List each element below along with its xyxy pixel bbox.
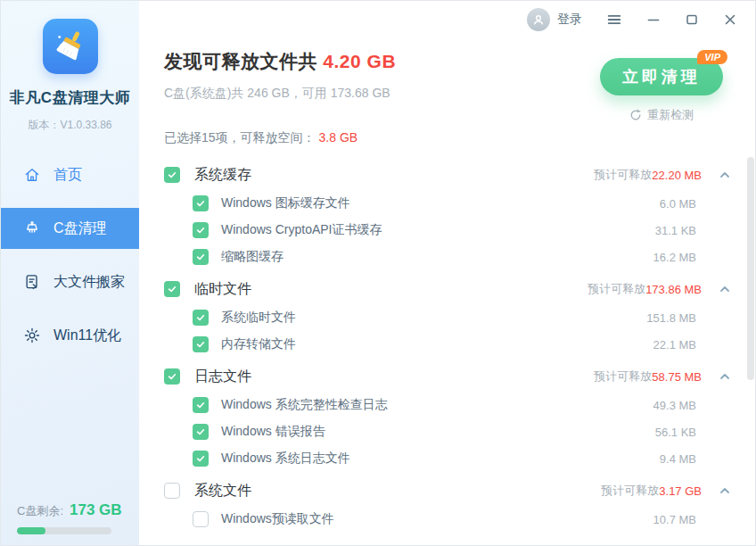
category-row: 系统文件 预计可释放3.17 GB [164, 476, 732, 506]
sidebar-item-win11-optimize[interactable]: Win11优化 [1, 315, 139, 356]
estimate-label: 预计可释放 [594, 167, 652, 183]
chevron-up-icon [718, 168, 732, 182]
collapse-button[interactable] [718, 369, 732, 384]
item-checkbox[interactable] [193, 397, 209, 413]
item-checkbox[interactable] [193, 336, 209, 352]
estimate-label: 预计可释放 [601, 483, 659, 499]
collapse-button[interactable] [718, 168, 732, 182]
category-items: Windows 系统完整性检查日志 49.3 MB Windows 错误报告 5… [164, 392, 732, 472]
minimize-button[interactable] [646, 12, 661, 27]
item-size: 10.7 MB [653, 513, 696, 526]
main-menu-button[interactable] [606, 12, 622, 28]
cleanup-category: 系统文件 预计可释放3.17 GB Windows预读取文件 10.7 MB [164, 476, 732, 533]
category-row: 日志文件 预计可释放58.75 MB [164, 361, 732, 392]
selection-summary: 已选择15项，可释放空间：3.8 GB [139, 130, 755, 146]
releasable-total: 4.20 GB [323, 51, 396, 71]
refresh-icon [629, 109, 642, 121]
cleanup-item-row: Windows 图标缓存文件 6.0 MB [164, 190, 732, 217]
item-size: 6.0 MB [660, 197, 696, 211]
sidebar-item-label: C盘清理 [53, 219, 107, 238]
check-icon [195, 453, 206, 464]
maximize-icon [685, 12, 699, 27]
item-name: Windows 系统日志文件 [221, 451, 350, 467]
cleanup-item-row: Windows预读取文件 10.7 MB [164, 506, 732, 533]
estimate-label: 预计可释放 [588, 281, 645, 297]
category-name: 系统缓存 [194, 166, 251, 185]
sidebar-item-label: Win11优化 [53, 327, 121, 345]
item-checkbox[interactable] [193, 195, 209, 211]
item-size: 31.1 KB [655, 224, 696, 237]
category-name: 临时文件 [194, 280, 251, 299]
category-name: 系统文件 [194, 482, 251, 500]
check-icon [195, 339, 206, 350]
category-checkbox[interactable] [164, 281, 180, 297]
sidebar-item-c-drive-clean[interactable]: C盘清理 [1, 208, 139, 249]
category-row: 临时文件 预计可释放173.86 MB [164, 274, 732, 304]
chevron-up-icon [718, 369, 732, 384]
check-icon [195, 225, 206, 236]
category-row: 系统缓存 预计可释放22.20 MB [164, 160, 732, 190]
chevron-up-icon [718, 484, 732, 498]
titlebar: 登录 [139, 1, 755, 38]
home-icon [23, 166, 41, 184]
disk-remaining-value: 173 GB [70, 501, 122, 519]
sidebar-item-home[interactable]: 首页 [1, 154, 139, 195]
item-size: 22.1 MB [653, 338, 696, 352]
sidebar-item-label: 首页 [53, 166, 82, 185]
chevron-up-icon [718, 282, 732, 296]
item-checkbox[interactable] [193, 249, 209, 265]
maximize-button[interactable] [685, 12, 699, 27]
app-window: 非凡C盘清理大师 版本：V1.0.33.86 首页 C盘清理 大文件搬家 [0, 0, 756, 546]
app-title: 非凡C盘清理大师 [1, 87, 139, 108]
page-title-text: 发现可释放文件共 [164, 51, 323, 71]
category-items: 系统临时文件 151.8 MB 内存转储文件 22.1 MB [164, 304, 732, 358]
redetect-button[interactable]: 重新检测 [629, 107, 694, 123]
close-icon [723, 12, 737, 27]
cleanup-item-row: Windows 系统完整性检查日志 49.3 MB [164, 392, 732, 418]
estimate-value: 173.86 MB [645, 283, 702, 296]
disk-remaining-label: C盘剩余: [17, 503, 63, 519]
item-name: 内存转储文件 [221, 336, 296, 352]
item-checkbox[interactable] [193, 451, 209, 467]
sidebar-item-label: 大文件搬家 [53, 273, 125, 292]
item-size: 16.2 MB [653, 251, 696, 264]
cleanup-category: 日志文件 预计可释放58.75 MB Windows 系统完整性检查日志 49.… [164, 361, 732, 472]
category-checkbox[interactable] [164, 368, 180, 385]
disk-capacity-subtitle: C盘(系统盘)共 246 GB，可用 173.68 GB [164, 86, 396, 102]
category-checkbox[interactable] [164, 167, 180, 183]
item-name: Windows 系统完整性检查日志 [221, 397, 388, 413]
sidebar-menu: 首页 C盘清理 大文件搬家 Win11优化 [1, 154, 139, 356]
item-checkbox[interactable] [193, 222, 209, 238]
scrollbar-thumb[interactable] [747, 157, 754, 380]
item-size: 151.8 MB [646, 311, 696, 325]
sidebar-item-big-file-move[interactable]: 大文件搬家 [1, 261, 139, 302]
check-icon [195, 400, 206, 410]
check-icon [195, 198, 206, 209]
page-title: 发现可释放文件共 4.20 GB [164, 49, 396, 74]
check-icon [167, 170, 177, 180]
selection-size: 3.8 GB [319, 130, 358, 145]
gear-icon [23, 327, 41, 344]
category-items: Windows 图标缓存文件 6.0 MB Windows CryptoAPI证… [164, 190, 732, 270]
item-name: Windows 错误报告 [221, 424, 325, 440]
avatar[interactable] [527, 8, 550, 31]
cleanup-item-row: Windows 系统日志文件 9.4 MB [164, 445, 732, 472]
item-checkbox[interactable] [193, 424, 209, 440]
collapse-button[interactable] [718, 282, 732, 296]
cleanup-item-row: 内存转储文件 22.1 MB [164, 331, 732, 358]
scan-summary-header: 发现可释放文件共 4.20 GB C盘(系统盘)共 246 GB，可用 173.… [139, 38, 755, 123]
login-button[interactable]: 登录 [557, 12, 582, 28]
category-checkbox[interactable] [164, 483, 180, 499]
close-button[interactable] [723, 12, 737, 27]
disk-remaining-panel: C盘剩余: 173 GB [17, 501, 127, 534]
user-icon [530, 12, 546, 28]
item-name: Windows CryptoAPI证书缓存 [221, 222, 382, 238]
item-checkbox[interactable] [193, 310, 209, 326]
item-size: 9.4 MB [660, 452, 696, 466]
minimize-icon [646, 12, 661, 27]
collapse-button[interactable] [718, 484, 732, 498]
item-checkbox[interactable] [193, 511, 209, 527]
cleanup-category: 临时文件 预计可释放173.86 MB 系统临时文件 151.8 MB 内存转储… [164, 274, 732, 358]
disk-usage-bar [17, 527, 111, 534]
item-name: 系统临时文件 [221, 310, 296, 326]
